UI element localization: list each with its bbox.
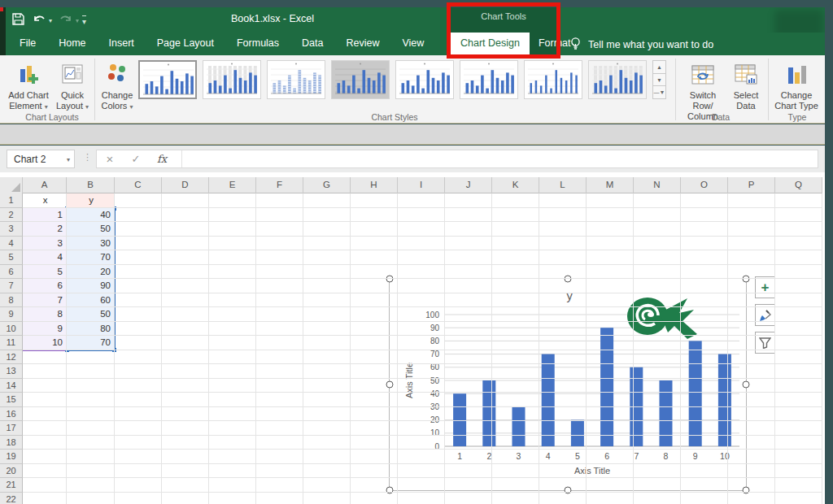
cell-K13[interactable] <box>492 364 539 379</box>
cell-F19[interactable] <box>256 450 303 464</box>
cell-K7[interactable] <box>492 279 539 293</box>
cell-B18[interactable] <box>67 436 115 450</box>
formula-bar-handle-icon[interactable]: ⋮ <box>83 152 92 163</box>
cell-F9[interactable] <box>256 307 303 322</box>
cell-H19[interactable] <box>351 450 398 464</box>
cell-L16[interactable] <box>539 407 587 422</box>
cell-L12[interactable] <box>539 350 587 365</box>
cell-A13[interactable] <box>23 364 67 379</box>
cell-B1[interactable]: y <box>67 193 115 208</box>
cell-P11[interactable] <box>728 336 775 350</box>
column-header-P[interactable]: P <box>728 177 775 193</box>
tell-me-box[interactable]: Tell me what you want to do <box>569 37 713 53</box>
cell-O20[interactable] <box>681 464 728 479</box>
cell-O21[interactable] <box>681 478 728 493</box>
cell-L19[interactable] <box>539 450 587 464</box>
column-header-J[interactable]: J <box>445 177 492 193</box>
cell-I5[interactable] <box>398 250 445 265</box>
cell-L10[interactable] <box>539 322 587 337</box>
cell-C6[interactable] <box>115 265 162 280</box>
cell-C17[interactable] <box>115 421 162 436</box>
cell-Q13[interactable] <box>775 364 822 379</box>
cell-K4[interactable] <box>492 237 539 251</box>
cell-F18[interactable] <box>256 436 303 450</box>
cell-D4[interactable] <box>162 237 209 251</box>
cell-A10[interactable]: 9 <box>23 322 67 337</box>
row-header-1[interactable]: 1 <box>0 193 23 208</box>
cell-D6[interactable] <box>162 265 209 280</box>
cell-H1[interactable] <box>351 193 398 208</box>
cell-M7[interactable] <box>587 279 634 293</box>
cell-G1[interactable] <box>303 193 351 208</box>
cell-M12[interactable] <box>587 350 634 365</box>
cell-K9[interactable] <box>492 307 539 322</box>
row-header-18[interactable]: 18 <box>0 436 23 450</box>
row-header-14[interactable]: 14 <box>0 379 23 393</box>
cell-E22[interactable] <box>209 493 256 504</box>
cell-H20[interactable] <box>351 464 398 479</box>
cell-Q12[interactable] <box>775 350 822 365</box>
cell-K22[interactable] <box>492 493 539 504</box>
cell-D1[interactable] <box>162 193 209 208</box>
cell-M9[interactable] <box>587 307 634 322</box>
cell-K15[interactable] <box>492 393 539 407</box>
cell-M22[interactable] <box>587 493 634 504</box>
cell-G15[interactable] <box>303 393 351 407</box>
cell-O19[interactable] <box>681 450 728 464</box>
cell-D14[interactable] <box>162 379 209 393</box>
cell-K19[interactable] <box>492 450 539 464</box>
cell-C21[interactable] <box>115 478 162 493</box>
cell-F16[interactable] <box>256 407 303 422</box>
cell-Q14[interactable] <box>775 379 822 393</box>
cell-O12[interactable] <box>681 350 728 365</box>
cell-G21[interactable] <box>303 478 351 493</box>
cell-B16[interactable] <box>67 407 115 422</box>
cell-N4[interactable] <box>634 237 681 251</box>
cell-P22[interactable] <box>728 493 775 504</box>
cell-H14[interactable] <box>351 379 398 393</box>
cell-E17[interactable] <box>209 421 256 436</box>
cell-E14[interactable] <box>209 379 256 393</box>
cell-D2[interactable] <box>162 208 209 223</box>
cell-A14[interactable] <box>23 379 67 393</box>
cell-J17[interactable] <box>445 421 492 436</box>
row-header-22[interactable]: 22 <box>0 493 23 504</box>
column-header-Q[interactable]: Q <box>775 177 822 193</box>
cell-B22[interactable] <box>67 493 115 504</box>
cell-D7[interactable] <box>162 279 209 293</box>
cell-M8[interactable] <box>587 293 634 308</box>
chart-style-2[interactable] <box>203 60 261 99</box>
cell-C20[interactable] <box>115 464 162 479</box>
cell-I14[interactable] <box>398 379 445 393</box>
select-data-button[interactable]: SelectData <box>727 59 765 111</box>
cell-C14[interactable] <box>115 379 162 393</box>
cell-I6[interactable] <box>398 265 445 280</box>
cell-I17[interactable] <box>398 421 445 436</box>
cell-A6[interactable]: 5 <box>23 265 67 280</box>
cell-H11[interactable] <box>351 336 398 350</box>
cell-L3[interactable] <box>539 222 587 237</box>
cell-N15[interactable] <box>634 393 681 407</box>
cell-P13[interactable] <box>728 364 775 379</box>
cell-J18[interactable] <box>445 436 492 450</box>
cell-A16[interactable] <box>23 407 67 422</box>
cell-A3[interactable]: 2 <box>23 222 67 237</box>
cell-C12[interactable] <box>115 350 162 365</box>
cell-J20[interactable] <box>445 464 492 479</box>
formula-input[interactable] <box>182 150 818 167</box>
cell-C19[interactable] <box>115 450 162 464</box>
cell-B7[interactable]: 90 <box>67 279 115 293</box>
row-header-20[interactable]: 20 <box>0 464 23 479</box>
cell-L11[interactable] <box>539 336 587 350</box>
cell-L6[interactable] <box>539 265 587 280</box>
cell-A2[interactable]: 1 <box>23 208 67 223</box>
row-header-4[interactable]: 4 <box>0 237 23 251</box>
cell-B3[interactable]: 50 <box>67 222 115 237</box>
cell-L4[interactable] <box>539 237 587 251</box>
cell-H16[interactable] <box>351 407 398 422</box>
row-header-9[interactable]: 9 <box>0 307 23 322</box>
row-header-16[interactable]: 16 <box>0 407 23 422</box>
cell-G3[interactable] <box>303 222 351 237</box>
cell-M15[interactable] <box>587 393 634 407</box>
cell-E12[interactable] <box>209 350 256 365</box>
